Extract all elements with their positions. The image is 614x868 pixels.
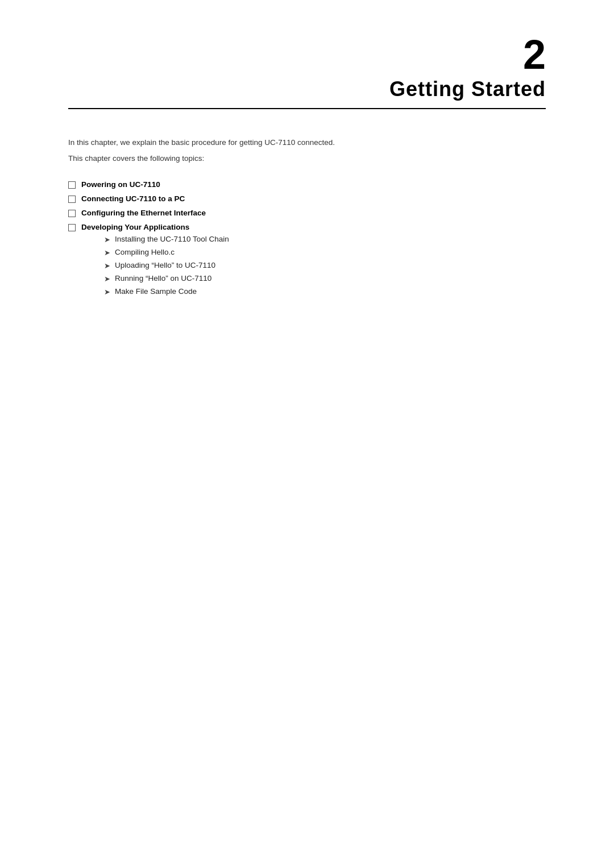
- checkbox-icon: [68, 224, 76, 231]
- intro-line2: This chapter covers the following topics…: [68, 152, 546, 165]
- arrow-icon: ➤: [104, 235, 110, 244]
- topic-label-configuring: Configuring the Ethernet Interface: [81, 209, 206, 217]
- sub-item-uploading: ➤ Uploading “Hello” to UC-7110: [104, 261, 229, 270]
- page: 2 Getting Started In this chapter, we ex…: [0, 0, 614, 868]
- checkbox-icon: [68, 181, 76, 189]
- sub-label-running: Running “Hello” on UC-7110: [115, 274, 211, 283]
- chapter-title: Getting Started: [68, 77, 546, 101]
- topic-label-powering-on: Powering on UC-7110: [81, 180, 160, 189]
- arrow-icon: ➤: [104, 248, 110, 257]
- arrow-icon: ➤: [104, 275, 110, 283]
- topic-item-powering-on: Powering on UC-7110: [68, 180, 546, 189]
- topic-item-configuring: Configuring the Ethernet Interface: [68, 209, 546, 217]
- sub-item-makefile: ➤ Make File Sample Code: [104, 287, 229, 296]
- sub-item-toolchain: ➤ Installing the UC-7110 Tool Chain: [104, 235, 229, 244]
- sub-item-running: ➤ Running “Hello” on UC-7110: [104, 274, 229, 283]
- topic-label-connecting: Connecting UC-7110 to a PC: [81, 194, 185, 203]
- sub-item-compiling: ➤ Compiling Hello.c: [104, 248, 229, 257]
- arrow-icon: ➤: [104, 261, 110, 270]
- sub-label-makefile: Make File Sample Code: [115, 287, 197, 296]
- chapter-number: 2: [68, 34, 546, 75]
- topic-item-developing: Developing Your Applications ➤ Installin…: [68, 223, 546, 300]
- intro-line1: In this chapter, we explain the basic pr…: [68, 136, 546, 149]
- sub-label-compiling: Compiling Hello.c: [115, 248, 175, 256]
- sub-list-developing: ➤ Installing the UC-7110 Tool Chain ➤ Co…: [104, 235, 229, 296]
- topic-list: Powering on UC-7110 Connecting UC-7110 t…: [68, 180, 546, 300]
- sub-label-uploading: Uploading “Hello” to UC-7110: [115, 261, 215, 269]
- checkbox-icon: [68, 196, 76, 203]
- section-divider: [68, 108, 546, 109]
- checkbox-icon: [68, 210, 76, 217]
- topic-label-developing: Developing Your Applications: [81, 223, 189, 231]
- topic-item-connecting: Connecting UC-7110 to a PC: [68, 194, 546, 203]
- sub-label-toolchain: Installing the UC-7110 Tool Chain: [115, 235, 229, 243]
- arrow-icon: ➤: [104, 288, 110, 296]
